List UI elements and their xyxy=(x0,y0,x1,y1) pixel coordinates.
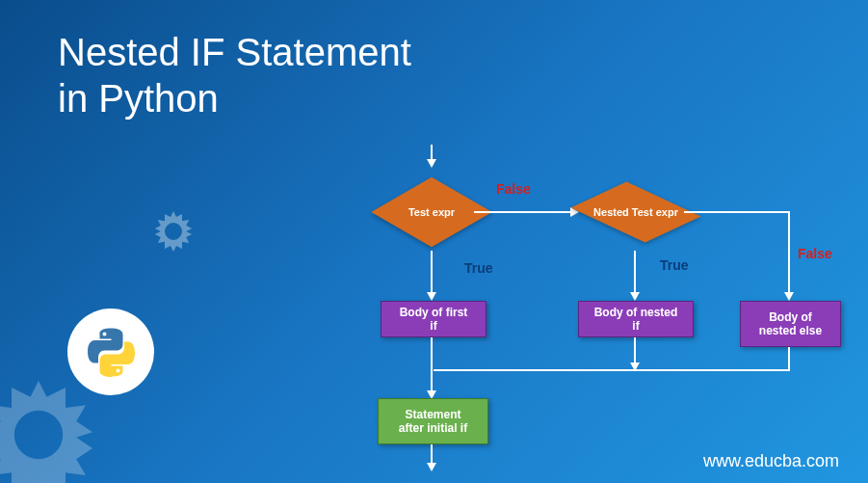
arrow-nested-false-v xyxy=(788,211,790,293)
body-nested-if-label: Body of nested if xyxy=(592,306,679,333)
nested-test-expr-label: Nested Test expr xyxy=(583,206,689,218)
title-line-1: Nested IF Statement xyxy=(58,31,411,73)
flowchart-diagram: Test expr False Nested Test expr False T… xyxy=(279,145,857,482)
box-body-first-if: Body of first if xyxy=(381,301,487,337)
arrow-true-1-head xyxy=(427,292,436,301)
test-expr-label: Test expr xyxy=(388,206,475,218)
arrow-true-2 xyxy=(634,251,636,294)
body-nested-else-label: Body of nested else xyxy=(754,310,827,337)
python-logo xyxy=(67,309,154,395)
arrow-to-nested xyxy=(474,211,570,213)
python-logo-icon xyxy=(85,326,138,379)
body-first-if-label: Body of first if xyxy=(395,306,472,333)
title-line-2: in Python xyxy=(58,77,219,120)
arrow-else-down xyxy=(788,347,790,370)
arrow-true-1 xyxy=(431,251,433,294)
arrow-nested-false-h xyxy=(684,211,790,213)
page-title: Nested IF Statement in Python xyxy=(58,29,411,121)
arrow-nested-false-head xyxy=(784,292,794,301)
statement-after-label: Statement after initial if xyxy=(392,408,474,435)
label-true-1: True xyxy=(464,260,493,276)
box-statement-after: Statement after initial if xyxy=(378,398,488,444)
box-body-nested-if: Body of nested if xyxy=(578,301,694,337)
arrow-exit-head xyxy=(427,463,436,471)
label-false-2: False xyxy=(798,246,832,261)
decision-nested-test-expr: Nested Test expr xyxy=(578,164,694,260)
arrow-exit xyxy=(431,444,433,464)
arrow-entry xyxy=(431,145,433,159)
decision-test-expr: Test expr xyxy=(383,164,480,260)
arrow-true-2-head xyxy=(630,292,640,301)
website-url: www.educba.com xyxy=(703,451,839,471)
label-false-1: False xyxy=(496,181,531,197)
box-body-nested-else: Body of nested else xyxy=(740,301,841,347)
label-true-2: True xyxy=(660,257,689,273)
arrow-nested-if-down xyxy=(634,337,636,364)
arrow-first-down xyxy=(431,337,433,390)
gear-icon-small xyxy=(145,202,202,260)
arrow-merge-h xyxy=(434,369,790,371)
